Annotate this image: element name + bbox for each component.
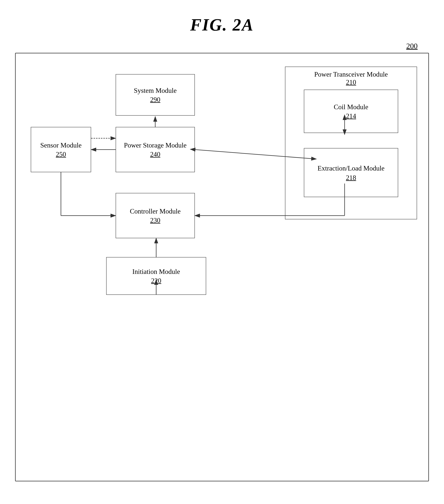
initiation-module-name: Initiation Module — [132, 267, 180, 276]
page-title: FIG. 2A — [0, 0, 444, 35]
power-storage-module-box: Power Storage Module 240 — [116, 127, 195, 172]
system-module-box: System Module 290 — [116, 74, 195, 116]
power-transceiver-ref: 210 — [314, 78, 388, 86]
controller-module-box: Controller Module 230 — [116, 193, 195, 238]
sensor-module-box: Sensor Module 250 — [31, 127, 91, 172]
diagram-container: Power Transceiver Module 210 Coil Module… — [15, 53, 429, 481]
system-module-ref: 290 — [150, 96, 160, 104]
power-transceiver-name: Power Transceiver Module — [314, 70, 388, 78]
extraction-load-module-box: Extraction/Load Module 218 — [304, 148, 398, 197]
controller-module-name: Controller Module — [130, 207, 181, 216]
coil-module-name: Coil Module — [334, 103, 368, 111]
power-transceiver-label: Power Transceiver Module 210 — [314, 70, 388, 86]
extraction-load-module-name: Extraction/Load Module — [318, 163, 385, 173]
controller-module-ref: 230 — [150, 216, 160, 224]
power-storage-module-name: Power Storage Module — [124, 141, 187, 150]
coil-module-box: Coil Module 214 — [304, 90, 398, 133]
initiation-module-box: Initiation Module 220 — [106, 257, 206, 295]
coil-module-ref: 214 — [346, 112, 356, 120]
power-transceiver-outer-box: Power Transceiver Module 210 Coil Module… — [285, 67, 417, 219]
sensor-module-ref: 250 — [56, 150, 66, 158]
extraction-load-module-ref: 218 — [346, 174, 356, 182]
initiation-module-ref: 220 — [151, 277, 161, 285]
diagram-ref: 200 — [406, 41, 418, 50]
sensor-module-name: Sensor Module — [40, 141, 82, 150]
power-storage-module-ref: 240 — [150, 150, 160, 158]
system-module-name: System Module — [134, 86, 177, 95]
